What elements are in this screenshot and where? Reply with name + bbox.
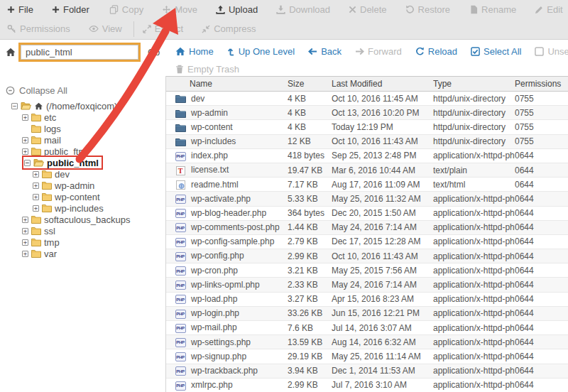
directory-tree: −(/home/foxqicom)+etclogs+mail+public_ft… bbox=[6, 100, 163, 259]
column-header-type[interactable]: Type bbox=[433, 77, 515, 92]
tree-item-public-html[interactable]: −public_html bbox=[22, 156, 103, 170]
column-header-name[interactable]: Name bbox=[166, 77, 288, 92]
php-file-icon: PHP bbox=[175, 209, 186, 218]
column-header-size[interactable]: Size bbox=[288, 77, 332, 92]
expand-icon[interactable]: + bbox=[33, 205, 39, 212]
nav-link-home[interactable]: Home bbox=[175, 46, 214, 57]
extract-icon bbox=[143, 25, 151, 33]
file-type: text/plain bbox=[433, 163, 515, 177]
file-row-wp-links-opml-php[interactable]: PHPwp-links-opml.php2.33 KBMay 24, 2016 … bbox=[166, 278, 568, 292]
file-row-dev[interactable]: dev4 KBOct 10, 2016 11:45 AMhttpd/unix-d… bbox=[166, 92, 568, 106]
file-row-wp-content[interactable]: wp-content4 KBToday 12:19 PMhttpd/unix-d… bbox=[166, 120, 568, 134]
tree-item-wp-content[interactable]: +wp-content bbox=[33, 191, 100, 202]
file-row-wp-cron-php[interactable]: PHPwp-cron.php3.21 KBMay 25, 2015 7:56 A… bbox=[166, 263, 568, 278]
nav-link-forward: Forward bbox=[355, 46, 402, 57]
file-type: application/x-httpd-php bbox=[433, 364, 515, 378]
tree-item-label: (/home/foxqicom) bbox=[46, 101, 117, 111]
file-type: httpd/unix-directory bbox=[433, 92, 515, 106]
tree-item-label: wp-includes bbox=[55, 203, 104, 214]
file-type: application/x-httpd-php bbox=[433, 234, 515, 249]
tree-item-etc[interactable]: +etc bbox=[22, 111, 56, 123]
file-row-wp-trackback-php[interactable]: PHPwp-trackback.php3.94 KBDec 1, 2014 11… bbox=[166, 364, 568, 378]
file-modified: May 25, 2016 11:14 AM bbox=[332, 349, 433, 364]
file-row-readme-html[interactable]: readme.html7.17 KBAug 17, 2016 11:09 AMt… bbox=[166, 178, 568, 192]
expand-icon[interactable]: + bbox=[22, 148, 28, 155]
file-permissions: 0644 bbox=[515, 178, 568, 192]
expand-icon[interactable]: + bbox=[22, 114, 28, 121]
expand-icon[interactable]: + bbox=[22, 228, 28, 234]
tree-item-dev[interactable]: +dev bbox=[33, 168, 70, 180]
file-row-wp-mail-php[interactable]: PHPwp-mail.php7.6 KBJul 14, 2016 3:07 AM… bbox=[166, 321, 568, 335]
file-row-wp-includes[interactable]: wp-includes12 KBOct 10, 2016 11:43 AMhtt… bbox=[166, 134, 568, 148]
file-row-wp-signup-php[interactable]: PHPwp-signup.php29.19 KBMay 25, 2016 11:… bbox=[166, 349, 568, 364]
expand-icon[interactable]: + bbox=[33, 194, 39, 200]
expand-icon[interactable]: + bbox=[22, 137, 28, 143]
file-row-wp-activate-php[interactable]: PHPwp-activate.php5.33 KBMay 25, 2016 11… bbox=[166, 192, 568, 206]
nav-link-reload[interactable]: Reload bbox=[415, 46, 457, 57]
file-row-wp-admin[interactable]: wp-admin4 KBOct 13, 2016 10:20 PMhttpd/u… bbox=[166, 106, 568, 120]
file-row-xmlrpc-php[interactable]: PHPxmlrpc.php2.99 KBJul 7, 2016 3:10 AMa… bbox=[166, 378, 568, 392]
path-input[interactable] bbox=[21, 45, 138, 60]
tree-item-home-foxqicom[interactable]: −(/home/foxqicom) bbox=[11, 100, 117, 111]
nav-link-select-all[interactable]: Select All bbox=[471, 46, 521, 57]
nav-link-up-one-level[interactable]: Up One Level bbox=[227, 46, 295, 57]
nav-link-label: Up One Level bbox=[239, 46, 295, 57]
toolbar-button-label: View bbox=[102, 23, 122, 34]
file-permissions: 0755 bbox=[515, 106, 568, 120]
tree-item-logs[interactable]: logs bbox=[22, 123, 61, 134]
file-type: application/x-httpd-php bbox=[433, 220, 515, 234]
tree-item-wp-admin[interactable]: +wp-admin bbox=[33, 180, 94, 191]
toolbar-button-move: Move bbox=[162, 4, 197, 15]
file-row-wp-config-sample-php[interactable]: PHPwp-config-sample.php2.79 KBDec 17, 20… bbox=[166, 234, 568, 249]
expand-icon[interactable]: + bbox=[22, 217, 28, 223]
file-modified: May 25, 2015 7:56 AM bbox=[332, 263, 433, 278]
file-type: application/x-httpd-php bbox=[433, 263, 515, 278]
tree-item-mail[interactable]: +mail bbox=[22, 134, 61, 146]
file-name: wp-load.php bbox=[191, 294, 237, 304]
expand-icon[interactable]: + bbox=[33, 183, 39, 189]
column-header-last-modified[interactable]: Last Modified bbox=[332, 77, 433, 92]
toolbar-button-upload[interactable]: Upload bbox=[216, 4, 258, 15]
column-header-permissions[interactable]: Permissions bbox=[515, 77, 568, 92]
expand-icon[interactable]: + bbox=[22, 251, 28, 257]
tree-item-var[interactable]: +var bbox=[22, 248, 57, 259]
toolbar-button-folder[interactable]: Folder bbox=[52, 4, 89, 15]
file-row-wp-settings-php[interactable]: PHPwp-settings.php13.59 KBAug 14, 2016 6… bbox=[166, 335, 568, 349]
file-row-wp-blog-header-php[interactable]: PHPwp-blog-header.php364 bytesDec 20, 20… bbox=[166, 206, 568, 220]
file-name: wp-signup.php bbox=[191, 352, 246, 361]
tree-item-ssl[interactable]: +ssl bbox=[22, 225, 55, 236]
toolbar-button-label: Folder bbox=[63, 4, 89, 15]
toolbar-button-label: Upload bbox=[229, 4, 258, 15]
toolbar-button-file[interactable]: File bbox=[7, 4, 33, 15]
expand-icon[interactable]: + bbox=[22, 239, 28, 246]
expand-icon[interactable]: + bbox=[33, 171, 39, 178]
tree-item-tmp[interactable]: +tmp bbox=[22, 236, 60, 248]
file-modified: Today 12:19 PM bbox=[332, 120, 433, 134]
tree-item-softaculous-backups[interactable]: +softaculous_backups bbox=[22, 214, 130, 225]
toolbar: FileFolderCopyMoveUploadDownloadDeleteRe… bbox=[0, 0, 568, 40]
file-type: application/x-httpd-php bbox=[433, 249, 515, 263]
file-modified: Aug 14, 2016 6:32 AM bbox=[332, 335, 433, 349]
nav-link-label: Home bbox=[189, 46, 214, 57]
file-type: application/x-httpd-php bbox=[433, 292, 515, 306]
collapse-icon[interactable]: − bbox=[24, 160, 31, 166]
file-size: 7.6 KB bbox=[288, 321, 332, 335]
file-row-license-txt[interactable]: Tlicense.txt19.47 KBMar 6, 2016 10:44 AM… bbox=[166, 163, 568, 177]
file-row-wp-config-php[interactable]: PHPwp-config.php2.99 KBOct 10, 2016 11:4… bbox=[166, 249, 568, 263]
file-row-wp-comments-post-php[interactable]: PHPwp-comments-post.php1.44 KBMay 24, 20… bbox=[166, 220, 568, 234]
copy-icon bbox=[109, 5, 119, 14]
php-file-icon: PHP bbox=[175, 252, 186, 261]
file-row-wp-login-php[interactable]: PHPwp-login.php33.26 KBJun 15, 2016 12:2… bbox=[166, 306, 568, 320]
file-type: application/x-httpd-php bbox=[433, 335, 515, 349]
file-row-index-php[interactable]: PHPindex.php418 bytesSep 25, 2013 2:48 P… bbox=[166, 148, 568, 163]
nav-link-back[interactable]: Back bbox=[308, 46, 342, 57]
collapse-all-button[interactable]: Collapse All bbox=[6, 84, 163, 97]
file-permissions: 0755 bbox=[515, 92, 568, 106]
file-name: xmlrpc.php bbox=[191, 380, 233, 390]
tree-item-wp-includes[interactable]: +wp-includes bbox=[33, 202, 104, 214]
file-permissions: 0644 bbox=[515, 249, 568, 263]
file-row-wp-load-php[interactable]: PHPwp-load.php3.27 KBApr 15, 2016 8:23 A… bbox=[166, 292, 568, 306]
collapse-icon[interactable]: − bbox=[11, 103, 18, 109]
php-file-icon: PHP bbox=[175, 338, 186, 347]
go-button[interactable]: Go bbox=[145, 45, 163, 59]
